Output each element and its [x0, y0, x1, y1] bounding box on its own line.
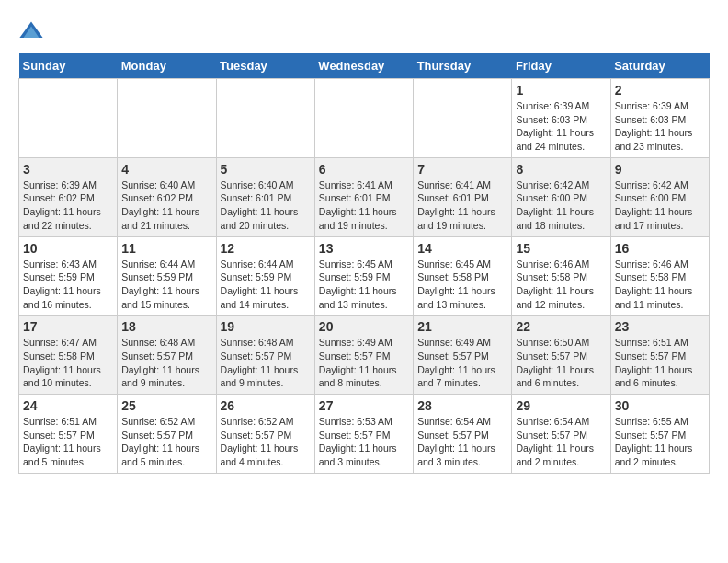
- weekday-header-tuesday: Tuesday: [216, 53, 314, 79]
- calendar-cell: 6Sunrise: 6:41 AMSunset: 6:01 PMDaylight…: [314, 157, 413, 236]
- day-info: Sunrise: 6:51 AMSunset: 5:57 PMDaylight:…: [23, 415, 113, 469]
- calendar-cell: 9Sunrise: 6:42 AMSunset: 6:00 PMDaylight…: [610, 157, 709, 236]
- calendar-week-3: 10Sunrise: 6:43 AMSunset: 5:59 PMDayligh…: [19, 236, 710, 316]
- day-info: Sunrise: 6:42 AMSunset: 6:00 PMDaylight:…: [615, 178, 705, 233]
- logo: [18, 18, 48, 44]
- calendar-cell: 11Sunrise: 6:44 AMSunset: 5:59 PMDayligh…: [118, 236, 216, 316]
- day-number: 8: [516, 162, 606, 177]
- day-info: Sunrise: 6:45 AMSunset: 5:59 PMDaylight:…: [319, 258, 409, 312]
- day-number: 6: [319, 162, 409, 177]
- calendar-cell: 7Sunrise: 6:41 AMSunset: 6:01 PMDaylight…: [414, 157, 512, 236]
- day-info: Sunrise: 6:49 AMSunset: 5:57 PMDaylight:…: [417, 336, 507, 390]
- page-header: [18, 18, 710, 44]
- day-info: Sunrise: 6:47 AMSunset: 5:58 PMDaylight:…: [23, 336, 113, 390]
- day-info: Sunrise: 6:46 AMSunset: 5:58 PMDaylight:…: [615, 258, 705, 312]
- day-number: 27: [319, 398, 409, 413]
- weekday-header-row: SundayMondayTuesdayWednesdayThursdayFrid…: [19, 53, 710, 79]
- calendar-cell: 8Sunrise: 6:42 AMSunset: 6:00 PMDaylight…: [512, 157, 610, 236]
- weekday-header-friday: Friday: [512, 53, 610, 79]
- day-info: Sunrise: 6:53 AMSunset: 5:57 PMDaylight:…: [319, 415, 409, 469]
- day-info: Sunrise: 6:41 AMSunset: 6:01 PMDaylight:…: [319, 178, 409, 233]
- day-info: Sunrise: 6:54 AMSunset: 5:57 PMDaylight:…: [516, 415, 606, 469]
- logo-icon: [18, 18, 44, 44]
- calendar-cell: 27Sunrise: 6:53 AMSunset: 5:57 PMDayligh…: [314, 395, 413, 474]
- calendar-cell: [314, 79, 413, 158]
- day-number: 19: [221, 319, 311, 334]
- calendar-week-2: 3Sunrise: 6:39 AMSunset: 6:02 PMDaylight…: [19, 157, 710, 236]
- day-number: 29: [516, 398, 606, 413]
- day-number: 2: [615, 83, 705, 98]
- day-number: 18: [121, 319, 211, 334]
- day-number: 15: [516, 241, 606, 256]
- calendar-cell: [118, 79, 216, 158]
- calendar-cell: 10Sunrise: 6:43 AMSunset: 5:59 PMDayligh…: [19, 236, 118, 316]
- calendar-cell: 25Sunrise: 6:52 AMSunset: 5:57 PMDayligh…: [118, 395, 216, 474]
- calendar-cell: 20Sunrise: 6:49 AMSunset: 5:57 PMDayligh…: [314, 316, 413, 395]
- day-number: 12: [221, 241, 311, 256]
- calendar-cell: [216, 79, 314, 158]
- day-info: Sunrise: 6:54 AMSunset: 5:57 PMDaylight:…: [417, 415, 507, 469]
- weekday-header-saturday: Saturday: [610, 53, 709, 79]
- day-number: 4: [121, 162, 211, 177]
- day-info: Sunrise: 6:50 AMSunset: 5:57 PMDaylight:…: [516, 336, 606, 390]
- day-info: Sunrise: 6:49 AMSunset: 5:57 PMDaylight:…: [319, 336, 409, 390]
- calendar-cell: 2Sunrise: 6:39 AMSunset: 6:03 PMDaylight…: [610, 79, 709, 158]
- calendar-cell: 28Sunrise: 6:54 AMSunset: 5:57 PMDayligh…: [414, 395, 512, 474]
- calendar-cell: 12Sunrise: 6:44 AMSunset: 5:59 PMDayligh…: [216, 236, 314, 316]
- day-number: 25: [121, 398, 211, 413]
- calendar-cell: 14Sunrise: 6:45 AMSunset: 5:58 PMDayligh…: [414, 236, 512, 316]
- day-number: 23: [615, 319, 705, 334]
- weekday-header-monday: Monday: [118, 53, 216, 79]
- day-number: 28: [417, 398, 507, 413]
- day-number: 9: [615, 162, 705, 177]
- calendar-cell: 19Sunrise: 6:48 AMSunset: 5:57 PMDayligh…: [216, 316, 314, 395]
- calendar-cell: 13Sunrise: 6:45 AMSunset: 5:59 PMDayligh…: [314, 236, 413, 316]
- calendar-cell: 3Sunrise: 6:39 AMSunset: 6:02 PMDaylight…: [19, 157, 118, 236]
- calendar-cell: [414, 79, 512, 158]
- day-info: Sunrise: 6:39 AMSunset: 6:03 PMDaylight:…: [516, 99, 606, 154]
- day-info: Sunrise: 6:45 AMSunset: 5:58 PMDaylight:…: [417, 258, 507, 312]
- day-info: Sunrise: 6:40 AMSunset: 6:02 PMDaylight:…: [121, 178, 211, 233]
- calendar-cell: [19, 79, 118, 158]
- day-info: Sunrise: 6:51 AMSunset: 5:57 PMDaylight:…: [615, 336, 705, 390]
- day-info: Sunrise: 6:52 AMSunset: 5:57 PMDaylight:…: [121, 415, 211, 469]
- day-info: Sunrise: 6:40 AMSunset: 6:01 PMDaylight:…: [221, 178, 311, 233]
- calendar-cell: 26Sunrise: 6:52 AMSunset: 5:57 PMDayligh…: [216, 395, 314, 474]
- calendar-table: SundayMondayTuesdayWednesdayThursdayFrid…: [18, 53, 710, 474]
- calendar-cell: 4Sunrise: 6:40 AMSunset: 6:02 PMDaylight…: [118, 157, 216, 236]
- calendar-week-4: 17Sunrise: 6:47 AMSunset: 5:58 PMDayligh…: [19, 316, 710, 395]
- day-number: 7: [417, 162, 507, 177]
- calendar-cell: 16Sunrise: 6:46 AMSunset: 5:58 PMDayligh…: [610, 236, 709, 316]
- day-number: 24: [23, 398, 113, 413]
- calendar-cell: 1Sunrise: 6:39 AMSunset: 6:03 PMDaylight…: [512, 79, 610, 158]
- day-number: 16: [615, 241, 705, 256]
- calendar-cell: 29Sunrise: 6:54 AMSunset: 5:57 PMDayligh…: [512, 395, 610, 474]
- weekday-header-sunday: Sunday: [19, 53, 118, 79]
- day-info: Sunrise: 6:48 AMSunset: 5:57 PMDaylight:…: [121, 336, 211, 390]
- day-number: 3: [23, 162, 113, 177]
- day-info: Sunrise: 6:39 AMSunset: 6:03 PMDaylight:…: [615, 99, 705, 154]
- weekday-header-thursday: Thursday: [414, 53, 512, 79]
- day-info: Sunrise: 6:39 AMSunset: 6:02 PMDaylight:…: [23, 178, 113, 233]
- day-info: Sunrise: 6:52 AMSunset: 5:57 PMDaylight:…: [221, 415, 311, 469]
- day-number: 21: [417, 319, 507, 334]
- day-info: Sunrise: 6:42 AMSunset: 6:00 PMDaylight:…: [516, 178, 606, 233]
- calendar-cell: 23Sunrise: 6:51 AMSunset: 5:57 PMDayligh…: [610, 316, 709, 395]
- day-number: 10: [23, 241, 113, 256]
- day-info: Sunrise: 6:41 AMSunset: 6:01 PMDaylight:…: [417, 178, 507, 233]
- day-number: 13: [319, 241, 409, 256]
- day-number: 20: [319, 319, 409, 334]
- day-info: Sunrise: 6:46 AMSunset: 5:58 PMDaylight:…: [516, 258, 606, 312]
- day-info: Sunrise: 6:44 AMSunset: 5:59 PMDaylight:…: [221, 258, 311, 312]
- calendar-cell: 24Sunrise: 6:51 AMSunset: 5:57 PMDayligh…: [19, 395, 118, 474]
- day-number: 11: [121, 241, 211, 256]
- day-number: 26: [221, 398, 311, 413]
- day-number: 22: [516, 319, 606, 334]
- calendar-cell: 5Sunrise: 6:40 AMSunset: 6:01 PMDaylight…: [216, 157, 314, 236]
- calendar-cell: 17Sunrise: 6:47 AMSunset: 5:58 PMDayligh…: [19, 316, 118, 395]
- day-number: 14: [417, 241, 507, 256]
- calendar-cell: 15Sunrise: 6:46 AMSunset: 5:58 PMDayligh…: [512, 236, 610, 316]
- calendar-cell: 21Sunrise: 6:49 AMSunset: 5:57 PMDayligh…: [414, 316, 512, 395]
- calendar-week-1: 1Sunrise: 6:39 AMSunset: 6:03 PMDaylight…: [19, 79, 710, 158]
- calendar-cell: 30Sunrise: 6:55 AMSunset: 5:57 PMDayligh…: [610, 395, 709, 474]
